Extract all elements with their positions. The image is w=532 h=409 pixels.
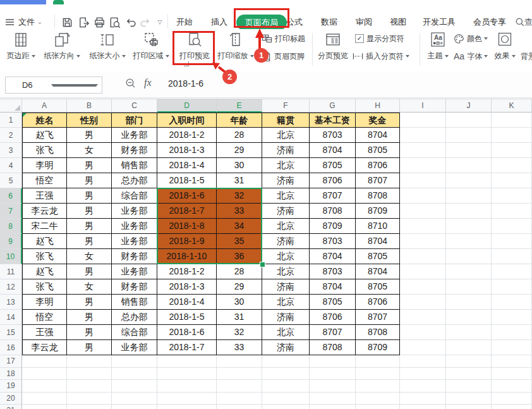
cell-J5[interactable] bbox=[446, 173, 492, 188]
cell-D5[interactable]: 2018-1-5 bbox=[157, 173, 217, 188]
cell-K5[interactable] bbox=[492, 173, 532, 188]
cell-E14[interactable]: 31 bbox=[217, 310, 262, 325]
cell-F15[interactable]: 北京 bbox=[262, 325, 310, 340]
page-break-preview-button[interactable]: 分页预览 bbox=[315, 32, 351, 68]
cell-K16[interactable] bbox=[492, 340, 532, 355]
cell-E19[interactable] bbox=[217, 380, 262, 393]
cell-I4[interactable] bbox=[400, 158, 446, 173]
cell-A16[interactable]: 李云龙 bbox=[22, 340, 67, 355]
cell-A2[interactable]: 赵飞 bbox=[22, 128, 67, 143]
cell-A13[interactable]: 李明 bbox=[22, 295, 67, 310]
cell-A14[interactable]: 悟空 bbox=[22, 310, 67, 325]
cell-I18[interactable] bbox=[400, 368, 446, 381]
cell-D4[interactable]: 2018-1-4 bbox=[157, 158, 217, 173]
cell-G18[interactable] bbox=[310, 368, 356, 381]
cell-A3[interactable]: 张飞 bbox=[22, 143, 67, 158]
cell-A18[interactable] bbox=[22, 368, 67, 381]
cell-A9[interactable]: 赵飞 bbox=[22, 234, 67, 249]
cell-I15[interactable] bbox=[400, 325, 446, 340]
cell-C18[interactable] bbox=[112, 368, 157, 381]
cell-C6[interactable]: 综合部 bbox=[112, 188, 157, 204]
cell-J6[interactable] bbox=[446, 188, 492, 204]
tab-home[interactable]: 开始 bbox=[172, 13, 197, 31]
cell-B12[interactable]: 女 bbox=[67, 279, 112, 295]
row-header-4[interactable]: 4 bbox=[0, 158, 22, 173]
cell-C21[interactable] bbox=[112, 405, 157, 409]
row-header-9[interactable]: 9 bbox=[0, 234, 22, 249]
cell-D16[interactable]: 2018-1-7 bbox=[157, 340, 217, 355]
row-header-13[interactable]: 13 bbox=[0, 295, 22, 310]
cell-G15[interactable]: 8707 bbox=[310, 325, 356, 340]
row-header-21[interactable]: 21 bbox=[0, 405, 22, 409]
cell-E1[interactable]: 年龄 bbox=[217, 113, 262, 128]
cell-D11[interactable]: 2018-1-2 bbox=[157, 264, 217, 279]
cell-H2[interactable]: 8704 bbox=[356, 128, 400, 143]
cell-K10[interactable] bbox=[492, 249, 532, 264]
cell-H12[interactable]: 8705 bbox=[356, 279, 400, 295]
column-header-D[interactable]: D bbox=[157, 99, 217, 113]
column-header-I[interactable]: I bbox=[400, 99, 446, 113]
cell-J1[interactable] bbox=[446, 113, 492, 128]
insert-function-icon[interactable]: fx bbox=[144, 77, 152, 89]
cell-F4[interactable]: 北京 bbox=[262, 158, 310, 173]
cell-D15[interactable]: 2018-1-6 bbox=[157, 325, 217, 340]
cell-G11[interactable]: 8703 bbox=[310, 264, 356, 279]
cell-D20[interactable] bbox=[157, 393, 217, 405]
cell-J17[interactable] bbox=[446, 355, 492, 368]
cell-I8[interactable] bbox=[400, 219, 446, 234]
cell-D7[interactable]: 2018-1-7 bbox=[157, 204, 217, 219]
cell-C13[interactable]: 销售部 bbox=[112, 295, 157, 310]
cell-H1[interactable]: 奖金 bbox=[356, 113, 400, 128]
cell-E2[interactable]: 28 bbox=[217, 128, 262, 143]
cell-B10[interactable]: 女 bbox=[67, 249, 112, 264]
cell-H3[interactable]: 8705 bbox=[356, 143, 400, 158]
print-preview-quick-icon[interactable] bbox=[107, 15, 121, 29]
formula-input[interactable]: 2018-1-6 bbox=[168, 78, 203, 89]
cell-A20[interactable] bbox=[22, 393, 67, 405]
cell-B14[interactable]: 男 bbox=[67, 310, 112, 325]
cell-C17[interactable] bbox=[112, 355, 157, 368]
cell-K14[interactable] bbox=[492, 310, 532, 325]
background-button[interactable]: 背景 bbox=[521, 51, 532, 62]
cell-K2[interactable] bbox=[492, 128, 532, 143]
cell-F13[interactable]: 北京 bbox=[262, 295, 310, 310]
cell-I20[interactable] bbox=[400, 393, 446, 405]
cell-C8[interactable]: 业务部 bbox=[112, 219, 157, 234]
cell-B8[interactable]: 男 bbox=[67, 219, 112, 234]
theme-button[interactable]: Aa 主题 bbox=[423, 32, 452, 68]
column-header-K[interactable]: K bbox=[492, 99, 532, 113]
save-icon[interactable] bbox=[60, 15, 74, 29]
redo-icon[interactable] bbox=[138, 15, 152, 29]
row-header-7[interactable]: 7 bbox=[0, 204, 22, 219]
cell-D9[interactable]: 2018-1-9 bbox=[157, 234, 217, 249]
cell-J15[interactable] bbox=[446, 325, 492, 340]
cell-H9[interactable]: 8704 bbox=[356, 234, 400, 249]
colors-button[interactable]: 颜色 bbox=[454, 33, 488, 44]
tab-insert[interactable]: 插入 bbox=[207, 13, 232, 31]
cell-F20[interactable] bbox=[262, 393, 310, 405]
print-preview-button[interactable]: 打印预览 bbox=[175, 32, 214, 68]
cell-E15[interactable]: 32 bbox=[217, 325, 262, 340]
cell-G4[interactable]: 8705 bbox=[310, 158, 356, 173]
cell-D18[interactable] bbox=[157, 368, 217, 381]
print-icon[interactable] bbox=[92, 15, 106, 29]
cell-A15[interactable]: 王强 bbox=[22, 325, 67, 340]
cell-J3[interactable] bbox=[446, 143, 492, 158]
cell-F1[interactable]: 籍贯 bbox=[262, 113, 310, 128]
cell-K13[interactable] bbox=[492, 295, 532, 310]
row-header-3[interactable]: 3 bbox=[0, 143, 22, 158]
cell-H6[interactable]: 8708 bbox=[356, 188, 400, 204]
tab-page-layout-active[interactable]: 页面布局 bbox=[236, 15, 287, 30]
cell-C7[interactable]: 业务部 bbox=[112, 204, 157, 219]
column-header-C[interactable]: C bbox=[112, 99, 157, 113]
cell-D10[interactable]: 2018-1-10 bbox=[157, 249, 217, 264]
row-header-2[interactable]: 2 bbox=[0, 128, 22, 143]
hamburger-menu-icon[interactable] bbox=[5, 13, 16, 31]
cell-D6[interactable]: 2018-1-6 bbox=[157, 188, 217, 204]
cell-G2[interactable]: 8703 bbox=[310, 128, 356, 143]
cell-I11[interactable] bbox=[400, 264, 446, 279]
cell-D12[interactable]: 2018-1-3 bbox=[157, 279, 217, 295]
cell-H19[interactable] bbox=[356, 380, 400, 393]
cell-G12[interactable]: 8704 bbox=[310, 279, 356, 295]
cell-B19[interactable] bbox=[67, 380, 112, 393]
